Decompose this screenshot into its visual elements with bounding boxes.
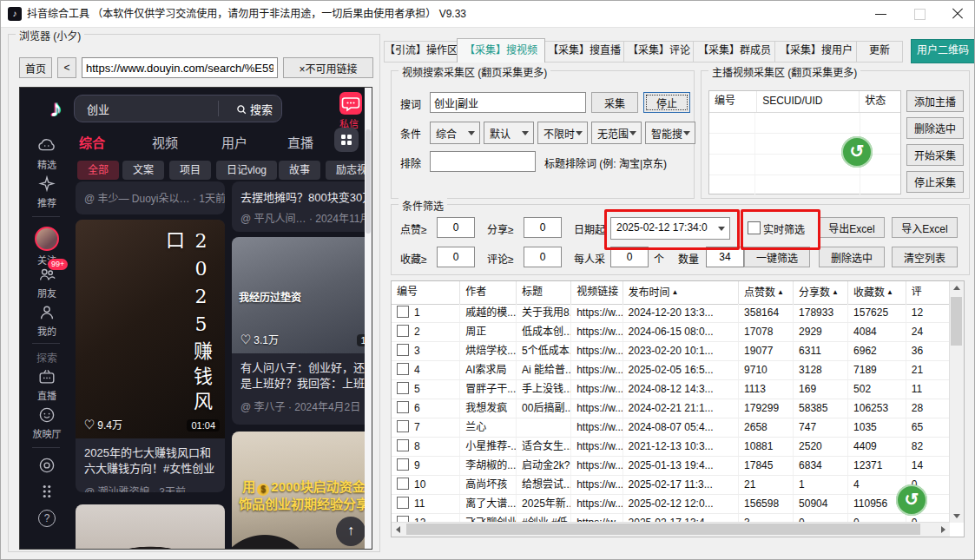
home-button[interactable]: 首页 bbox=[19, 57, 52, 78]
row-checkbox[interactable] bbox=[397, 306, 409, 318]
table-row[interactable]: 3 烘焙学校... 5个低成本... https://w... 2023-02-… bbox=[392, 342, 950, 361]
delete-selected-button[interactable]: 删除选中 bbox=[819, 247, 885, 267]
keyword-input[interactable] bbox=[430, 92, 586, 113]
condition-dropdown[interactable]: 综合 bbox=[430, 122, 480, 144]
minimize-button[interactable] bbox=[867, 1, 895, 27]
scroll-up-button[interactable] bbox=[950, 281, 964, 295]
exclude-input[interactable] bbox=[430, 151, 536, 172]
tab-live[interactable]: 直播 bbox=[287, 133, 313, 151]
dm-button[interactable] bbox=[339, 92, 362, 115]
scroll-left-button[interactable] bbox=[392, 523, 405, 537]
anchor-action-button[interactable]: 开始采集 bbox=[906, 144, 964, 166]
row-checkbox[interactable] bbox=[397, 478, 409, 490]
row-checkbox[interactable] bbox=[397, 439, 409, 451]
scrollbar-thumb[interactable] bbox=[951, 297, 962, 346]
favs-filter-input[interactable] bbox=[437, 247, 475, 267]
row-checkbox[interactable] bbox=[397, 325, 409, 337]
sidebar-item-recommend[interactable]: 推荐 bbox=[20, 175, 74, 209]
col-header-time[interactable]: 发布时间▲ bbox=[623, 281, 740, 304]
video-card[interactable]: 去摆地摊吗？800块变30万· @ 平凡人间… · 2024年11月20 bbox=[232, 181, 372, 232]
col-header-likes[interactable]: 点赞数▲ bbox=[739, 281, 794, 304]
chip-copywriting[interactable]: 文案 bbox=[122, 161, 164, 180]
tab-collect-comments[interactable]: 【采集】评论 bbox=[623, 41, 695, 63]
chip-vlog[interactable]: 日记vlog bbox=[216, 161, 277, 180]
row-checkbox[interactable] bbox=[397, 497, 409, 509]
douyin-search-box[interactable]: 创业 搜索 bbox=[74, 95, 282, 122]
video-card[interactable]: 我经历过垫资 ♡ 3.1万 11: 有人问八子：创业好，还是上班好？我回答：上班… bbox=[232, 237, 372, 425]
browser-scrollbar[interactable] bbox=[365, 88, 372, 549]
scrollbar-thumb[interactable] bbox=[406, 524, 920, 535]
tab-user[interactable]: 用户 bbox=[221, 133, 247, 151]
sidebar-item-featured[interactable]: 精选 bbox=[20, 136, 74, 171]
sidebar-item-mine[interactable]: 我的 bbox=[20, 303, 74, 338]
chip-project[interactable]: 项目 bbox=[169, 161, 211, 180]
condition-dropdown[interactable]: 不限时 bbox=[537, 122, 588, 144]
clear-list-button[interactable]: 清空列表 bbox=[892, 247, 958, 267]
layout-grid-icon[interactable] bbox=[334, 128, 359, 152]
sidebar-item-apps[interactable] bbox=[20, 482, 74, 501]
anchor-action-button[interactable]: 添加主播 bbox=[906, 90, 964, 112]
table-row[interactable]: 1 戚越的模... 关于我用8... https://w... 2024-12-… bbox=[392, 304, 950, 323]
sidebar-item-friends[interactable]: 朋友 99+ bbox=[20, 265, 74, 300]
import-excel-button[interactable]: 导入Excel bbox=[892, 217, 958, 238]
back-button[interactable]: < bbox=[57, 57, 76, 78]
refresh-icon[interactable]: ↺ bbox=[896, 484, 927, 516]
tab-comprehensive[interactable]: 综合 bbox=[79, 133, 105, 151]
col-header-shares[interactable]: 分享数▲ bbox=[794, 281, 848, 304]
row-checkbox[interactable] bbox=[397, 344, 409, 356]
tab-collect-search-live[interactable]: 【采集】搜直播 bbox=[543, 41, 625, 63]
horizontal-scrollbar[interactable] bbox=[392, 522, 950, 537]
table-row[interactable]: 6 我想发疯 00后搞副... https://w... 2024-02-21 … bbox=[392, 399, 950, 418]
scroll-right-button[interactable] bbox=[936, 523, 950, 537]
chip-story[interactable]: 故事 bbox=[279, 161, 320, 180]
anchor-action-button[interactable]: 删除选中 bbox=[906, 117, 964, 139]
anchor-table[interactable]: 编号 SECUID/UID 状态 ↺ bbox=[708, 90, 901, 194]
video-card[interactable]: @ 丰少— Duoyi朵以… · 1天前 bbox=[76, 181, 225, 214]
table-row[interactable]: 2 周正 低成本创... https://w... 2024-06-15 08:… bbox=[392, 323, 950, 342]
sidebar-item-help[interactable]: ? bbox=[20, 510, 74, 527]
condition-dropdown[interactable]: 无范围 bbox=[591, 122, 642, 144]
tab-video[interactable]: 视频 bbox=[152, 133, 178, 151]
collect-button[interactable]: 采集 bbox=[591, 92, 638, 113]
refresh-icon[interactable]: ↺ bbox=[841, 136, 873, 168]
col-header-comments[interactable]: 评 bbox=[906, 281, 950, 304]
video-card[interactable]: 用$2000块启动资金 饰品创业初期经验分享 ↑ bbox=[232, 432, 372, 550]
back-to-top-button[interactable]: ↑ bbox=[336, 517, 366, 546]
tab-collect-group-members[interactable]: 【采集】群成员 bbox=[693, 41, 776, 63]
table-row[interactable]: 4 AI索求局 Ai 能给普... https://w... 2025-02-0… bbox=[392, 361, 950, 380]
user-qrcode-button[interactable]: 用户二维码 bbox=[911, 39, 975, 63]
row-checkbox[interactable] bbox=[397, 420, 409, 432]
likes-filter-input[interactable] bbox=[437, 217, 475, 238]
col-header-link[interactable]: 视频链接 bbox=[571, 281, 623, 304]
tab-traffic-ops[interactable]: 【引流】操作区 bbox=[384, 41, 458, 63]
stop-button[interactable]: 停止 bbox=[643, 92, 690, 113]
col-header-title[interactable]: 标题 bbox=[517, 281, 571, 304]
table-row[interactable]: 11 离了大谱... 2025年新... https://w... 2025-0… bbox=[392, 495, 950, 514]
table-row[interactable]: 5 冒胖子干... 手上没钱... https://w... 2024-08-1… bbox=[392, 380, 950, 399]
sidebar-item-live[interactable]: 直播 bbox=[20, 367, 74, 402]
sidebar-item-theater[interactable]: 放映厅 bbox=[20, 405, 74, 440]
condition-dropdown[interactable]: 默认 bbox=[484, 122, 534, 144]
douyin-logo-icon[interactable]: ♪ bbox=[49, 95, 62, 122]
row-checkbox[interactable] bbox=[397, 401, 409, 413]
douyin-search-button[interactable]: 搜索 bbox=[236, 101, 273, 117]
row-checkbox[interactable] bbox=[397, 363, 409, 375]
sidebar-item-camera[interactable] bbox=[20, 456, 74, 475]
condition-dropdown[interactable]: 智能搜 bbox=[645, 122, 695, 144]
table-row[interactable]: 8 小星推荐-... 适合女生... https://w... 2021-12-… bbox=[392, 438, 950, 457]
row-checkbox[interactable] bbox=[397, 382, 409, 394]
scrollbar-thumb[interactable] bbox=[366, 129, 371, 234]
vertical-scrollbar[interactable] bbox=[949, 281, 964, 523]
video-card[interactable] bbox=[76, 504, 225, 550]
comments-filter-input[interactable] bbox=[524, 247, 562, 267]
tab-update[interactable]: 更新 bbox=[856, 41, 903, 63]
video-card[interactable]: 2025赚钱风口 ♡ 9.4万 01:04 2025年的七大赚钱风口和六大赚钱方… bbox=[76, 220, 225, 492]
table-row[interactable]: 9 李胡椒的... 启动金2k?... https://w... 2025-01… bbox=[392, 457, 950, 476]
col-header-author[interactable]: 作者 bbox=[460, 281, 517, 304]
table-row[interactable]: 10 高尚坏孩 给想尝试... https://w... 2025-02-17 … bbox=[392, 476, 950, 495]
shares-filter-input[interactable] bbox=[524, 217, 562, 238]
close-button[interactable] bbox=[944, 1, 972, 27]
maximize-button[interactable] bbox=[906, 1, 934, 27]
url-input[interactable] bbox=[82, 57, 278, 78]
col-header-favs[interactable]: 收藏数▲ bbox=[848, 281, 906, 304]
